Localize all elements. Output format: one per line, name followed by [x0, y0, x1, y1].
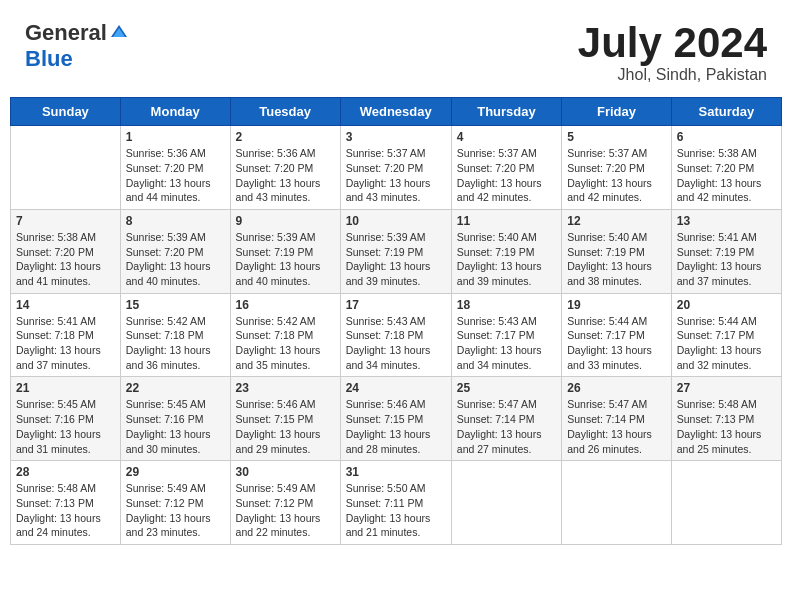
calendar-cell: 22Sunrise: 5:45 AMSunset: 7:16 PMDayligh… — [120, 377, 230, 461]
cell-info: Sunrise: 5:49 AMSunset: 7:12 PMDaylight:… — [126, 481, 225, 540]
calendar-cell: 6Sunrise: 5:38 AMSunset: 7:20 PMDaylight… — [671, 126, 781, 210]
cell-info-line: Sunrise: 5:37 AM — [346, 146, 446, 161]
calendar-cell: 12Sunrise: 5:40 AMSunset: 7:19 PMDayligh… — [562, 209, 672, 293]
cell-info: Sunrise: 5:41 AMSunset: 7:19 PMDaylight:… — [677, 230, 776, 289]
cell-info: Sunrise: 5:39 AMSunset: 7:20 PMDaylight:… — [126, 230, 225, 289]
cell-info: Sunrise: 5:45 AMSunset: 7:16 PMDaylight:… — [126, 397, 225, 456]
cell-info-line: Sunset: 7:20 PM — [457, 161, 556, 176]
day-number: 21 — [16, 381, 115, 395]
day-number: 12 — [567, 214, 666, 228]
cell-info-line: Daylight: 13 hours and 31 minutes. — [16, 427, 115, 456]
cell-info-line: Sunrise: 5:37 AM — [457, 146, 556, 161]
cell-info-line: Sunset: 7:15 PM — [346, 412, 446, 427]
cell-info-line: Daylight: 13 hours and 23 minutes. — [126, 511, 225, 540]
cell-info-line: Daylight: 13 hours and 42 minutes. — [567, 176, 666, 205]
cell-info: Sunrise: 5:45 AMSunset: 7:16 PMDaylight:… — [16, 397, 115, 456]
day-number: 17 — [346, 298, 446, 312]
cell-info-line: Sunset: 7:16 PM — [16, 412, 115, 427]
day-number: 8 — [126, 214, 225, 228]
cell-info-line: Sunset: 7:17 PM — [457, 328, 556, 343]
cell-info-line: Sunset: 7:17 PM — [677, 328, 776, 343]
cell-info-line: Daylight: 13 hours and 34 minutes. — [457, 343, 556, 372]
calendar-cell: 26Sunrise: 5:47 AMSunset: 7:14 PMDayligh… — [562, 377, 672, 461]
cell-info-line: Sunrise: 5:36 AM — [236, 146, 335, 161]
cell-info-line: Sunrise: 5:38 AM — [16, 230, 115, 245]
calendar-cell: 29Sunrise: 5:49 AMSunset: 7:12 PMDayligh… — [120, 461, 230, 545]
cell-info-line: Sunset: 7:20 PM — [346, 161, 446, 176]
day-number: 22 — [126, 381, 225, 395]
calendar-cell: 28Sunrise: 5:48 AMSunset: 7:13 PMDayligh… — [11, 461, 121, 545]
cell-info-line: Daylight: 13 hours and 39 minutes. — [346, 259, 446, 288]
cell-info-line: Daylight: 13 hours and 42 minutes. — [677, 176, 776, 205]
cell-info-line: Sunset: 7:19 PM — [677, 245, 776, 260]
cell-info: Sunrise: 5:39 AMSunset: 7:19 PMDaylight:… — [236, 230, 335, 289]
calendar-cell — [451, 461, 561, 545]
calendar-week-row: 1Sunrise: 5:36 AMSunset: 7:20 PMDaylight… — [11, 126, 782, 210]
calendar-cell: 20Sunrise: 5:44 AMSunset: 7:17 PMDayligh… — [671, 293, 781, 377]
calendar-cell: 21Sunrise: 5:45 AMSunset: 7:16 PMDayligh… — [11, 377, 121, 461]
cell-info-line: Daylight: 13 hours and 33 minutes. — [567, 343, 666, 372]
cell-info-line: Daylight: 13 hours and 21 minutes. — [346, 511, 446, 540]
cell-info-line: Sunset: 7:20 PM — [126, 245, 225, 260]
cell-info: Sunrise: 5:36 AMSunset: 7:20 PMDaylight:… — [236, 146, 335, 205]
cell-info-line: Sunset: 7:20 PM — [677, 161, 776, 176]
cell-info-line: Sunrise: 5:48 AM — [16, 481, 115, 496]
cell-info-line: Sunset: 7:19 PM — [236, 245, 335, 260]
cell-info: Sunrise: 5:40 AMSunset: 7:19 PMDaylight:… — [457, 230, 556, 289]
cell-info-line: Daylight: 13 hours and 30 minutes. — [126, 427, 225, 456]
cell-info-line: Daylight: 13 hours and 41 minutes. — [16, 259, 115, 288]
day-number: 16 — [236, 298, 335, 312]
cell-info-line: Sunrise: 5:39 AM — [236, 230, 335, 245]
cell-info-line: Sunset: 7:14 PM — [567, 412, 666, 427]
calendar-week-row: 14Sunrise: 5:41 AMSunset: 7:18 PMDayligh… — [11, 293, 782, 377]
calendar-week-row: 28Sunrise: 5:48 AMSunset: 7:13 PMDayligh… — [11, 461, 782, 545]
cell-info: Sunrise: 5:38 AMSunset: 7:20 PMDaylight:… — [677, 146, 776, 205]
cell-info-line: Sunset: 7:20 PM — [236, 161, 335, 176]
calendar-table: SundayMondayTuesdayWednesdayThursdayFrid… — [10, 97, 782, 545]
calendar-cell — [671, 461, 781, 545]
cell-info-line: Daylight: 13 hours and 32 minutes. — [677, 343, 776, 372]
day-number: 2 — [236, 130, 335, 144]
cell-info: Sunrise: 5:50 AMSunset: 7:11 PMDaylight:… — [346, 481, 446, 540]
cell-info-line: Sunrise: 5:40 AM — [457, 230, 556, 245]
cell-info-line: Sunset: 7:19 PM — [346, 245, 446, 260]
cell-info-line: Sunset: 7:18 PM — [346, 328, 446, 343]
cell-info: Sunrise: 5:40 AMSunset: 7:19 PMDaylight:… — [567, 230, 666, 289]
cell-info-line: Sunrise: 5:40 AM — [567, 230, 666, 245]
calendar-cell: 5Sunrise: 5:37 AMSunset: 7:20 PMDaylight… — [562, 126, 672, 210]
cell-info-line: Sunset: 7:11 PM — [346, 496, 446, 511]
calendar-cell: 3Sunrise: 5:37 AMSunset: 7:20 PMDaylight… — [340, 126, 451, 210]
cell-info: Sunrise: 5:37 AMSunset: 7:20 PMDaylight:… — [567, 146, 666, 205]
day-number: 1 — [126, 130, 225, 144]
day-number: 18 — [457, 298, 556, 312]
weekday-header-row: SundayMondayTuesdayWednesdayThursdayFrid… — [11, 98, 782, 126]
cell-info-line: Sunrise: 5:47 AM — [457, 397, 556, 412]
cell-info: Sunrise: 5:41 AMSunset: 7:18 PMDaylight:… — [16, 314, 115, 373]
cell-info: Sunrise: 5:46 AMSunset: 7:15 PMDaylight:… — [236, 397, 335, 456]
calendar-cell: 27Sunrise: 5:48 AMSunset: 7:13 PMDayligh… — [671, 377, 781, 461]
cell-info: Sunrise: 5:37 AMSunset: 7:20 PMDaylight:… — [346, 146, 446, 205]
day-number: 6 — [677, 130, 776, 144]
cell-info-line: Daylight: 13 hours and 29 minutes. — [236, 427, 335, 456]
location-subtitle: Jhol, Sindh, Pakistan — [578, 66, 767, 84]
day-number: 29 — [126, 465, 225, 479]
weekday-header: Saturday — [671, 98, 781, 126]
cell-info-line: Daylight: 13 hours and 43 minutes. — [346, 176, 446, 205]
cell-info: Sunrise: 5:39 AMSunset: 7:19 PMDaylight:… — [346, 230, 446, 289]
cell-info-line: Sunrise: 5:41 AM — [677, 230, 776, 245]
cell-info: Sunrise: 5:44 AMSunset: 7:17 PMDaylight:… — [677, 314, 776, 373]
day-number: 23 — [236, 381, 335, 395]
cell-info: Sunrise: 5:36 AMSunset: 7:20 PMDaylight:… — [126, 146, 225, 205]
cell-info-line: Sunrise: 5:44 AM — [567, 314, 666, 329]
cell-info-line: Daylight: 13 hours and 43 minutes. — [236, 176, 335, 205]
day-number: 24 — [346, 381, 446, 395]
calendar-cell: 19Sunrise: 5:44 AMSunset: 7:17 PMDayligh… — [562, 293, 672, 377]
page-header: General Blue July 2024 Jhol, Sindh, Paki… — [10, 10, 782, 89]
cell-info-line: Sunrise: 5:43 AM — [346, 314, 446, 329]
cell-info: Sunrise: 5:42 AMSunset: 7:18 PMDaylight:… — [126, 314, 225, 373]
cell-info-line: Sunset: 7:18 PM — [126, 328, 225, 343]
cell-info-line: Daylight: 13 hours and 26 minutes. — [567, 427, 666, 456]
cell-info: Sunrise: 5:46 AMSunset: 7:15 PMDaylight:… — [346, 397, 446, 456]
cell-info: Sunrise: 5:42 AMSunset: 7:18 PMDaylight:… — [236, 314, 335, 373]
calendar-cell: 18Sunrise: 5:43 AMSunset: 7:17 PMDayligh… — [451, 293, 561, 377]
